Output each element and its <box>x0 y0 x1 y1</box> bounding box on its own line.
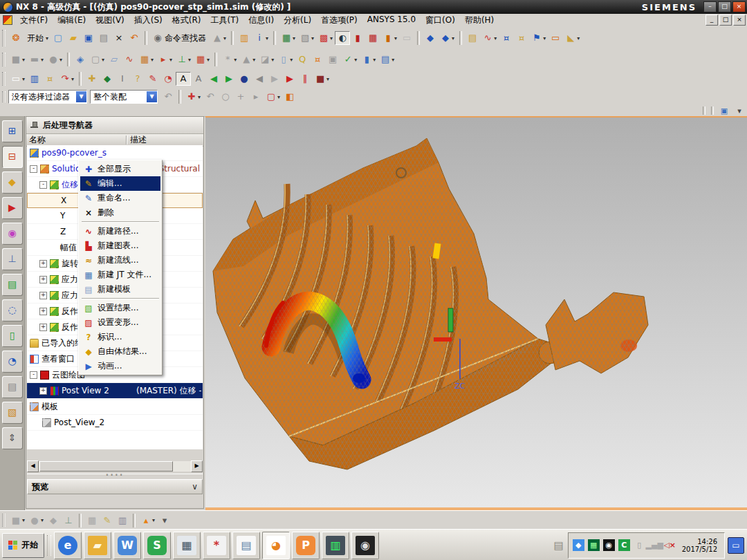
prev-result-icon[interactable]: ◀ ▾ <box>206 72 221 86</box>
menu-file[interactable]: 文件(F) <box>15 14 53 27</box>
move-icon[interactable]: + ▾ <box>233 90 248 104</box>
chevron-down-icon[interactable]: ∨ <box>192 482 198 492</box>
pin-constraint-icon[interactable]: ▸ ▾ <box>156 53 174 66</box>
taskbar-remote-icon[interactable]: ▥ <box>322 532 349 559</box>
new-file-icon[interactable]: ▢ ▾ <box>50 31 66 45</box>
toolbar-grip[interactable] <box>2 91 6 103</box>
tray-volume-muted-icon[interactable]: ◁× <box>664 539 676 551</box>
tray-plug-icon[interactable]: ▯ <box>634 539 645 551</box>
model-display-icon[interactable]: ◆ ▾ <box>423 31 438 45</box>
web-browser-tab[interactable]: ◌ <box>2 299 23 321</box>
menu-view[interactable]: 视图(V) <box>91 14 129 27</box>
toolbar-grip[interactable] <box>2 53 6 66</box>
menu-edit-item[interactable]: ✎ 编辑... <box>80 176 160 191</box>
cylinders-icon[interactable]: ● ▾ <box>27 514 46 528</box>
maximize-display-icon[interactable]: ▣ <box>717 106 732 116</box>
taskbar-wps-sheet-icon[interactable]: S <box>143 532 171 559</box>
constraint-navigator-tab[interactable]: ◉ <box>2 223 23 245</box>
start-button[interactable]: 开始 <box>2 533 44 558</box>
copy-display-icon[interactable]: ▥ ▾ <box>237 31 252 45</box>
snowflake-icon[interactable]: * ▾ <box>220 53 239 66</box>
play-icon[interactable]: ▶ ▾ <box>282 72 297 86</box>
box-icon[interactable]: ▢ ▾ <box>88 53 107 66</box>
nx-logo-icon[interactable]: ❂ ▾ <box>8 31 24 45</box>
filter-icon[interactable]: ▲ ▾ <box>210 31 228 45</box>
csys-icon[interactable]: ⊥ ▾ <box>174 53 193 66</box>
menu-set-result[interactable]: ▧ 设置结果... <box>80 301 160 315</box>
taskbar-nx-icon[interactable]: ◕ <box>262 532 290 559</box>
measure-icon[interactable]: ▭ ▾ <box>548 31 563 45</box>
tray-cat-icon[interactable]: ◉ <box>603 539 615 551</box>
more-tools-caret[interactable]: ▾ ▾ <box>157 514 172 528</box>
undo-icon[interactable]: ↶ ▾ <box>127 31 142 45</box>
menu-edit[interactable]: 编辑(E) <box>53 14 91 27</box>
sim-part-icon[interactable]: ▮ ▾ <box>380 31 399 45</box>
plot-icon[interactable]: ▧ ▾ <box>297 31 316 45</box>
part-navigator-tab[interactable]: ⊥ <box>2 248 23 270</box>
flame-icon[interactable]: ▴ ▾ <box>138 514 157 528</box>
cut-icon[interactable]: × ▾ <box>111 31 127 45</box>
ibeam-icon[interactable]: I ▾ <box>115 72 130 86</box>
spring-icon[interactable]: ∿ ▾ <box>122 53 137 66</box>
menu-show-all[interactable]: ✚ 全部显示 <box>80 162 160 176</box>
panel-splitter[interactable]: •••• <box>27 474 203 479</box>
taskbar-explorer-icon[interactable]: ▰ <box>84 532 111 559</box>
assembly-navigator-tab[interactable]: ⊞ <box>2 120 23 142</box>
scroll-tabs-button[interactable]: ⇕ <box>2 427 23 449</box>
box2-icon[interactable]: ▣ ▾ <box>325 53 340 66</box>
move-part-icon[interactable]: ◆ ▾ <box>46 514 61 528</box>
split-window-icon[interactable]: ▥ ▾ <box>27 72 42 86</box>
pick-icon[interactable]: ▸ ▾ <box>248 90 264 104</box>
pause-icon[interactable]: ‖ ▾ <box>297 72 313 86</box>
menu-identify[interactable]: ? 标识... <box>80 330 160 344</box>
menu-ansys[interactable]: ANSYS 15.0 <box>362 14 421 27</box>
taskbar-config-icon[interactable]: * <box>203 532 230 559</box>
path-icon[interactable]: ∿ ▾ <box>480 31 499 45</box>
text-edit-icon[interactable]: A ▾ <box>191 72 206 86</box>
dropdown-arrow-icon[interactable]: ▼ <box>147 91 157 102</box>
flag-icon[interactable]: ⚑ ▾ <box>529 31 548 45</box>
palette-tab[interactable]: ▧ <box>2 402 23 424</box>
tree-expand-icon[interactable]: - <box>30 371 37 379</box>
toolbar-grip[interactable] <box>2 30 6 46</box>
show-desktop-icon[interactable]: ▭ <box>728 537 744 554</box>
model-display2-icon[interactable]: ◆ ▾ <box>438 31 456 45</box>
graphics-viewport[interactable]: ZC <box>205 116 747 510</box>
text-box-icon[interactable]: A ▾ <box>176 72 191 86</box>
tree-expand-icon[interactable]: + <box>39 292 47 299</box>
preview-header[interactable]: 预览 ∨ <box>27 479 203 494</box>
menu-animation[interactable]: ▶ 动画... <box>80 359 160 373</box>
doc2-icon[interactable]: ▤ ▾ <box>378 53 396 66</box>
menu-information[interactable]: 信息(I) <box>243 14 279 27</box>
taskbar-browser-icon[interactable]: e <box>54 532 82 559</box>
column-desc[interactable]: 描述 <box>130 134 147 145</box>
taskbar-notepad-icon[interactable]: ▤ <box>232 532 260 559</box>
search-icon[interactable]: Q ▾ <box>295 53 310 66</box>
tray-shield-icon[interactable]: C <box>618 539 630 551</box>
manager-tab[interactable]: ▤ <box>2 376 23 398</box>
start-menu-button[interactable]: 开始 ▾ <box>24 31 50 46</box>
key-blue-icon[interactable]: ¤ ▾ <box>499 31 514 45</box>
key-yellow-icon[interactable]: ¤ ▾ <box>514 31 529 45</box>
mesh-icon[interactable]: ▦ ▾ <box>137 53 156 66</box>
tray-clock[interactable]: 14:26 2017/5/12 <box>682 538 717 553</box>
reuse-library-tab[interactable]: ▤ <box>2 274 23 296</box>
toolbar-options-caret[interactable]: ▾ <box>732 106 747 116</box>
scroll-right-arrow[interactable]: ▶ <box>191 460 203 472</box>
menu-rename[interactable]: ✎ 重命名... <box>80 191 160 205</box>
tree-row[interactable]: + Post View 2 (MASTER) 位移 - 节点 <box>27 383 203 399</box>
tree-expand-icon[interactable]: + <box>39 260 47 268</box>
tray-cube-icon[interactable]: ◆ <box>573 539 584 551</box>
part-icon[interactable]: ◪ ▾ <box>257 53 276 66</box>
save-icon[interactable]: ▣ ▾ <box>81 31 96 45</box>
horizontal-scrollbar[interactable]: ◀ ▶ <box>27 461 203 472</box>
angle-icon[interactable]: ⊥ ▾ <box>61 514 76 528</box>
menu-format[interactable]: 格式(R) <box>167 14 206 27</box>
taskbar-calculator-icon[interactable]: ▦ <box>173 532 201 559</box>
clamp-icon[interactable]: ▥ ▾ <box>115 514 130 528</box>
menu-new-template[interactable]: ▤ 新建模板 <box>80 282 160 297</box>
check-icon[interactable]: ✓ ▾ <box>340 53 359 66</box>
shaded-view-icon[interactable]: ◐ ▾ <box>335 31 350 45</box>
tree-row[interactable]: Post_View_2 <box>27 415 203 431</box>
info-icon[interactable]: i ▾ <box>252 31 270 45</box>
